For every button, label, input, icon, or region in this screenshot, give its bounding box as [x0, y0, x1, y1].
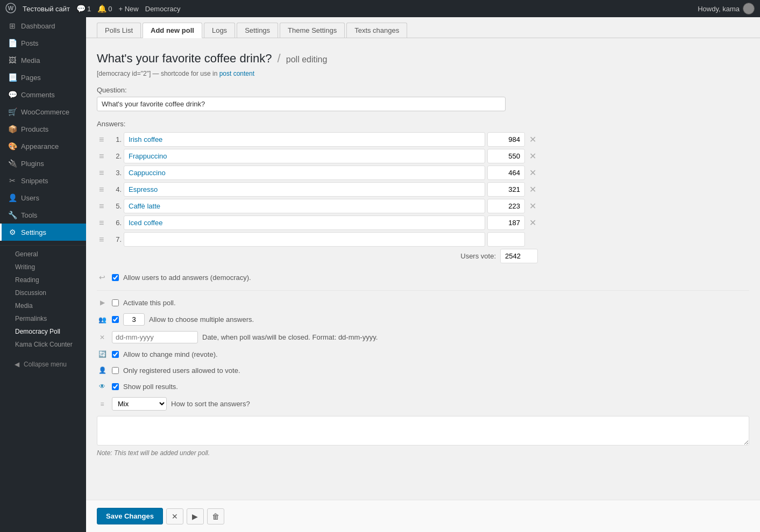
answer-delete-button[interactable]: ✕: [527, 168, 538, 178]
sidebar-item-plugins[interactable]: 🔌Plugins: [0, 155, 86, 172]
allow-democracy-checkbox[interactable]: [112, 274, 119, 281]
drag-handle[interactable]: ≡: [97, 218, 108, 228]
tab-polls-list[interactable]: Polls List: [97, 23, 141, 38]
users-vote-input[interactable]: [500, 249, 538, 263]
collapse-label: Collapse menu: [24, 361, 67, 368]
answer-delete-button[interactable]: ✕: [527, 201, 538, 212]
drag-handle[interactable]: ≡: [97, 202, 108, 211]
site-name[interactable]: Тестовый сайт: [23, 5, 70, 13]
multiple-answers-label[interactable]: Allow to choose multiple answers.: [149, 315, 254, 323]
answer-input[interactable]: [124, 232, 485, 247]
sidebar-item-snippets[interactable]: ✂Snippets: [0, 172, 86, 189]
sidebar-item-appearance[interactable]: 🎨Appearance: [0, 138, 86, 155]
activate-poll-label[interactable]: Activate this poll.: [123, 299, 176, 307]
activate-button[interactable]: ▶: [187, 508, 204, 524]
new-button[interactable]: + New: [119, 5, 139, 13]
sidebar-item-comments[interactable]: 💬Comments: [0, 86, 86, 103]
registered-only-checkbox[interactable]: [112, 367, 119, 374]
post-content-link[interactable]: post content: [219, 70, 254, 77]
submenu-item-writing[interactable]: Writing: [0, 261, 86, 274]
menu-label-appearance: Appearance: [21, 142, 59, 150]
close-date-input[interactable]: [112, 331, 198, 343]
submenu-item-permalinks[interactable]: Permalinks: [0, 312, 86, 325]
sidebar-item-pages[interactable]: 📃Pages: [0, 69, 86, 86]
sidebar-item-woocommerce[interactable]: 🛒WooCommerce: [0, 103, 86, 120]
answer-votes[interactable]: [487, 132, 525, 147]
answer-number: 2.: [110, 152, 122, 160]
answer-input[interactable]: [124, 132, 485, 147]
sidebar-item-tools[interactable]: 🔧Tools: [0, 206, 86, 224]
answer-input[interactable]: [124, 199, 485, 213]
drag-handle[interactable]: ≡: [97, 185, 108, 195]
answer-votes[interactable]: [487, 199, 525, 213]
answer-votes[interactable]: [487, 149, 525, 163]
question-input[interactable]: [97, 97, 506, 111]
sidebar-item-settings[interactable]: ⚙Settings: [0, 224, 86, 241]
multiple-answers-row: 👥 Allow to choose multiple answers.: [97, 313, 749, 326]
submenu-item-democracy-poll[interactable]: Democracy Poll: [0, 325, 86, 338]
menu-label-posts: Posts: [21, 39, 39, 47]
close-date-icon: ✕: [97, 332, 108, 343]
multiple-answers-count[interactable]: [123, 313, 145, 326]
sidebar-item-users[interactable]: 👤Users: [0, 189, 86, 206]
answer-votes[interactable]: [487, 232, 525, 247]
answer-number: 1.: [110, 135, 122, 143]
action-buttons: Save Changes ✕ ▶ 🗑: [86, 500, 760, 532]
answer-delete-button[interactable]: ✕: [527, 134, 538, 145]
tab-theme-settings[interactable]: Theme Settings: [280, 23, 345, 38]
comments-count[interactable]: 💬 1: [76, 4, 91, 13]
show-results-checkbox[interactable]: [112, 383, 119, 390]
answer-row: ≡ 4. ✕: [97, 182, 538, 197]
answer-votes[interactable]: [487, 215, 525, 230]
sidebar-item-dashboard[interactable]: ⊞Dashboard: [0, 17, 86, 34]
registered-only-label[interactable]: Only registered users allowed to vote.: [123, 366, 240, 375]
allow-democracy-label[interactable]: Allow users to add answers (democracy).: [123, 274, 251, 282]
revote-label[interactable]: Allow to change mind (revote).: [123, 350, 218, 358]
answer-number: 7.: [110, 235, 122, 243]
tab-texts-changes[interactable]: Texts changes: [346, 23, 407, 38]
activate-poll-checkbox[interactable]: [112, 299, 119, 306]
show-results-label[interactable]: Show poll results.: [123, 383, 178, 391]
answer-votes[interactable]: [487, 182, 525, 197]
answer-delete-button[interactable]: ✕: [527, 151, 538, 162]
answer-votes[interactable]: [487, 166, 525, 180]
wp-logo-icon[interactable]: W: [5, 3, 16, 15]
submenu-item-reading[interactable]: Reading: [0, 274, 86, 286]
drag-handle[interactable]: ≡: [97, 135, 108, 145]
collapse-menu[interactable]: ◀ Collapse menu: [6, 356, 80, 372]
answer-delete-button[interactable]: ✕: [527, 218, 538, 228]
answer-delete-button[interactable]: ✕: [527, 184, 538, 195]
revote-icon: 🔄: [97, 349, 108, 360]
sidebar-item-media[interactable]: 🖼Media: [0, 52, 86, 69]
tab-settings[interactable]: Settings: [237, 23, 278, 38]
sort-select[interactable]: Mix As is By votes Random: [112, 397, 167, 411]
menu-label-tools: Tools: [21, 211, 37, 219]
answer-input[interactable]: [124, 149, 485, 163]
tab-add-new-poll[interactable]: Add new poll: [143, 23, 202, 38]
submenu-item-kama-click-counter[interactable]: Kama Click Counter: [0, 338, 86, 351]
save-button[interactable]: Save Changes: [97, 508, 163, 524]
note-textarea[interactable]: [97, 416, 749, 445]
avatar[interactable]: [743, 3, 755, 15]
submenu-item-media[interactable]: Media: [0, 299, 86, 312]
drag-handle[interactable]: ≡: [97, 168, 108, 178]
allow-democracy-row: ↩ Allow users to add answers (democracy)…: [97, 272, 749, 283]
delete-button[interactable]: 🗑: [207, 508, 224, 524]
multiple-icon: 👥: [97, 314, 108, 325]
submenu-item-general[interactable]: General: [0, 248, 86, 261]
cancel-button[interactable]: ✕: [166, 508, 183, 524]
tab-logs[interactable]: Logs: [204, 23, 235, 38]
drag-handle[interactable]: ≡: [97, 235, 108, 245]
revote-checkbox[interactable]: [112, 351, 119, 358]
answer-input[interactable]: [124, 166, 485, 180]
menu-label-media: Media: [21, 56, 40, 64]
sidebar-item-products[interactable]: 📦Products: [0, 120, 86, 138]
answer-input[interactable]: [124, 215, 485, 230]
submenu-item-discussion[interactable]: Discussion: [0, 286, 86, 299]
sidebar-item-posts[interactable]: 📄Posts: [0, 34, 86, 52]
answer-input[interactable]: [124, 182, 485, 197]
menu-icon-plugins: 🔌: [8, 159, 17, 168]
drag-handle[interactable]: ≡: [97, 152, 108, 161]
multiple-answers-checkbox[interactable]: [112, 316, 119, 323]
updates-count[interactable]: 🔔 0: [97, 4, 112, 13]
